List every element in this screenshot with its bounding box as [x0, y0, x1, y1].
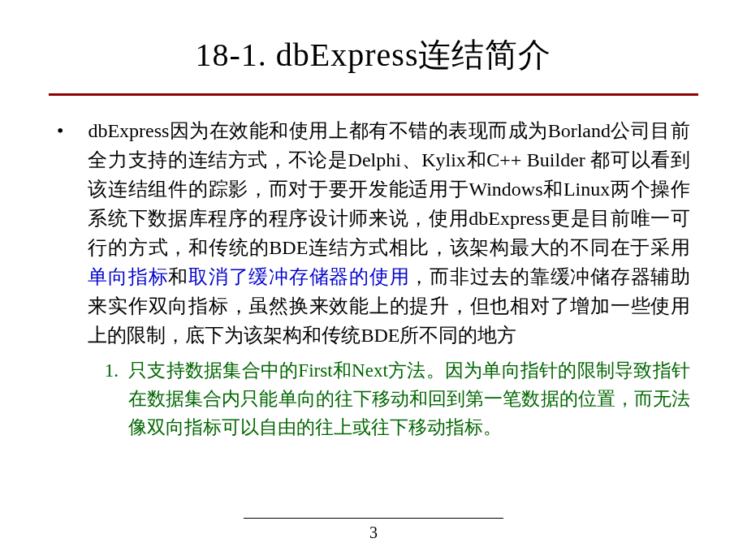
main-bullet-item: • dbExpress因为在效能和使用上都有不错的表现而成为Borland公司目… [57, 116, 690, 350]
sub-item-text: 只支持数据集合中的First和Next方法。因为单向指针的限制导致指针在数据集合… [128, 356, 690, 442]
link-unidirectional-pointer[interactable]: 单向指标 [88, 266, 168, 287]
page-number-area: 3 [0, 518, 747, 542]
title-divider [49, 93, 698, 96]
link-buffer-removal[interactable]: 取消了缓冲存储器的使用 [188, 266, 409, 287]
text-segment-1: dbExpress因为在效能和使用上都有不错的表现而成为Borland公司目前全… [88, 120, 690, 258]
content-area: • dbExpress因为在效能和使用上都有不错的表现而成为Borland公司目… [41, 116, 706, 442]
bullet-marker: • [57, 116, 63, 145]
text-segment-mid: 和 [168, 266, 188, 287]
sub-list-item: 1. 只支持数据集合中的First和Next方法。因为单向指针的限制导致指针在数… [99, 356, 690, 442]
slide-title: 18-1. dbExpress连结简介 [41, 32, 706, 77]
page-number-divider [244, 518, 503, 519]
main-bullet-text: dbExpress因为在效能和使用上都有不错的表现而成为Borland公司目前全… [88, 116, 690, 350]
page-number-text: 3 [369, 523, 378, 541]
sub-item-number: 1. [99, 356, 119, 385]
slide-container: 18-1. dbExpress连结简介 • dbExpress因为在效能和使用上… [0, 0, 747, 560]
